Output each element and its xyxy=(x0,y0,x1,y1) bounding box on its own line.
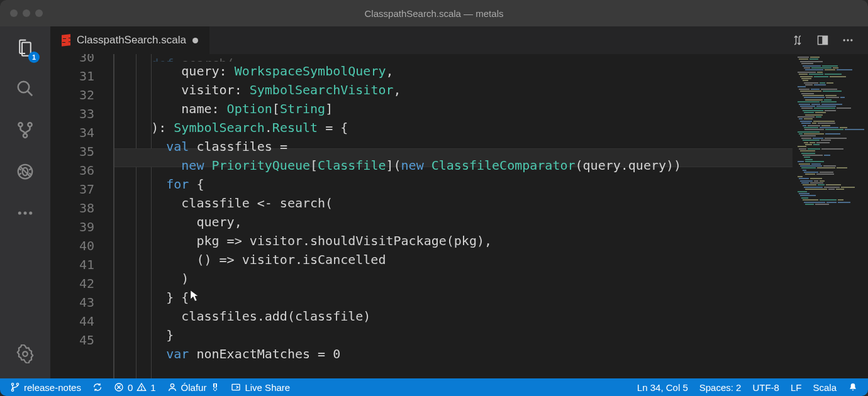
debug-icon[interactable] xyxy=(16,162,35,184)
scala-file-icon xyxy=(62,34,70,46)
svg-point-12 xyxy=(18,212,21,215)
notifications-icon[interactable] xyxy=(848,382,858,392)
code-line[interactable]: query: WorkspaceSymbolQuery, xyxy=(121,62,793,80)
account-status[interactable]: Ólafur 🎖 xyxy=(167,382,220,393)
line-number: 43 xyxy=(50,293,94,312)
code-line[interactable]: () => visitor.isCancelled xyxy=(121,250,793,269)
line-number-gutter: 2930313233343536373839404142434445 xyxy=(50,54,113,378)
svg-point-23 xyxy=(16,383,18,385)
svg-point-13 xyxy=(24,212,27,215)
mouse-cursor xyxy=(190,290,200,302)
code-line[interactable]: query, xyxy=(121,212,793,231)
language-mode-status[interactable]: Scala xyxy=(813,382,837,393)
svg-point-0 xyxy=(18,82,30,93)
svg-line-9 xyxy=(29,168,31,170)
cursor-position-status[interactable]: Ln 34, Col 5 xyxy=(637,382,688,393)
close-window-button[interactable] xyxy=(10,9,18,17)
svg-rect-18 xyxy=(823,36,827,44)
svg-point-14 xyxy=(29,212,32,215)
search-icon[interactable] xyxy=(16,79,35,101)
medal-icon: 🎖 xyxy=(210,382,220,393)
code-line[interactable]: classfile <- search( xyxy=(121,194,793,212)
code-line[interactable]: } xyxy=(121,326,793,344)
more-icon[interactable] xyxy=(16,204,35,225)
line-number: 30 xyxy=(50,54,94,67)
svg-line-11 xyxy=(29,173,31,175)
settings-gear-icon[interactable] xyxy=(16,344,35,366)
code-line[interactable]: classfiles.add(classfile) xyxy=(121,307,793,326)
window-controls xyxy=(0,9,43,17)
line-number: 44 xyxy=(50,312,94,331)
status-bar: release-notes 0 1 Ólafur 🎖 Live Share Ln… xyxy=(0,378,868,396)
svg-point-20 xyxy=(847,39,849,41)
code-line[interactable]: ): SymbolSearch.Result = { xyxy=(121,118,793,137)
title-bar: ClasspathSearch.scala — metals xyxy=(0,0,868,26)
svg-point-29 xyxy=(142,389,142,390)
eol-status[interactable]: LF xyxy=(791,382,802,393)
svg-point-4 xyxy=(23,134,27,138)
minimize-window-button[interactable] xyxy=(23,9,30,17)
source-control-icon[interactable] xyxy=(16,121,35,142)
svg-point-2 xyxy=(18,123,22,126)
svg-point-3 xyxy=(28,123,31,126)
line-number: 37 xyxy=(50,180,94,199)
line-number: 42 xyxy=(50,274,94,293)
code-line[interactable]: pkg => visitor.shouldVisitPackage(pkg), xyxy=(121,231,793,250)
svg-point-30 xyxy=(170,384,174,387)
tab-label: ClasspathSearch.scala xyxy=(77,34,186,47)
svg-line-1 xyxy=(28,91,33,96)
git-branch-status[interactable]: release-notes xyxy=(10,382,81,393)
line-number: 31 xyxy=(50,67,94,85)
line-number: 38 xyxy=(50,199,94,217)
indentation-status[interactable]: Spaces: 2 xyxy=(699,382,742,393)
line-number: 33 xyxy=(50,104,94,123)
minimap[interactable] xyxy=(793,54,868,378)
code-line[interactable]: name: Option[String] xyxy=(121,99,793,118)
svg-point-15 xyxy=(23,351,28,356)
line-number: 39 xyxy=(50,217,94,236)
more-actions-icon[interactable] xyxy=(842,34,854,47)
editor-tabs: ClasspathSearch.scala xyxy=(50,26,868,54)
editor-actions xyxy=(791,26,868,54)
problems-status[interactable]: 0 1 xyxy=(114,382,156,393)
svg-line-10 xyxy=(19,173,21,175)
line-number: 41 xyxy=(50,255,94,274)
svg-point-19 xyxy=(843,39,845,41)
code-line[interactable]: ) xyxy=(121,269,793,288)
editor-area: ClasspathSearch.scala 293031323334353637… xyxy=(50,26,868,378)
tab-classpathsearch[interactable]: ClasspathSearch.scala xyxy=(50,26,209,54)
code-line[interactable]: var nonExactMatches = 0 xyxy=(121,344,793,363)
code-line[interactable]: def search( xyxy=(121,54,793,62)
code-line[interactable]: for { xyxy=(121,175,793,194)
svg-point-22 xyxy=(11,383,13,385)
line-number: 36 xyxy=(50,161,94,180)
explorer-badge: 1 xyxy=(28,52,40,63)
svg-line-8 xyxy=(19,168,21,170)
code-editor[interactable]: 2930313233343536373839404142434445 def s… xyxy=(50,54,868,378)
line-number: 34 xyxy=(50,123,94,142)
line-number: 35 xyxy=(50,142,94,161)
modified-indicator xyxy=(192,38,198,43)
line-number: 32 xyxy=(50,85,94,104)
split-editor-icon[interactable] xyxy=(816,34,829,47)
code-line[interactable]: visitor: SymbolSearchVisitor, xyxy=(121,80,793,99)
compare-changes-icon[interactable] xyxy=(791,34,804,47)
code-line[interactable]: } { xyxy=(121,288,793,307)
activity-bar: 1 xyxy=(0,26,50,378)
line-number: 45 xyxy=(50,331,94,349)
sync-status[interactable] xyxy=(92,382,103,392)
explorer-icon[interactable]: 1 xyxy=(16,38,35,59)
encoding-status[interactable]: UTF-8 xyxy=(752,382,779,393)
window-title: ClasspathSearch.scala — metals xyxy=(365,8,504,19)
fullscreen-window-button[interactable] xyxy=(35,9,43,17)
line-number: 40 xyxy=(50,236,94,255)
code-content[interactable]: def search( query: WorkspaceSymbolQuery,… xyxy=(114,54,793,378)
live-share-status[interactable]: Live Share xyxy=(231,382,290,393)
svg-point-21 xyxy=(850,39,852,41)
svg-point-24 xyxy=(11,389,13,391)
